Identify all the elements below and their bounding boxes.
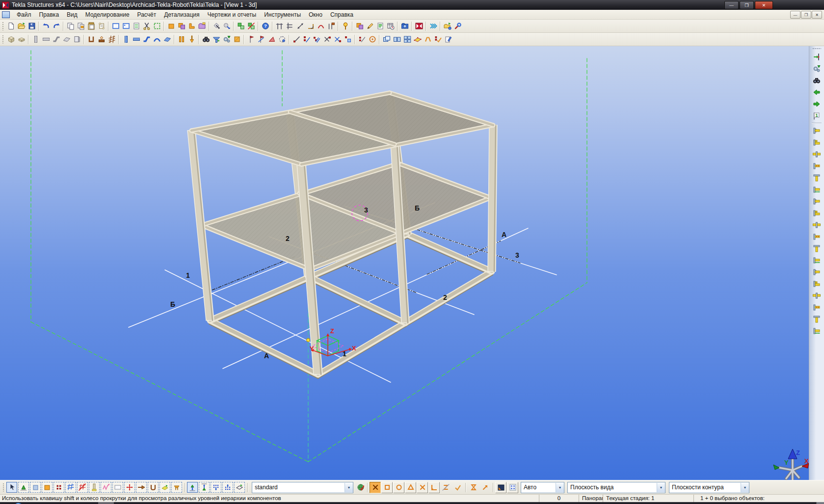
view-list-button[interactable] xyxy=(131,21,141,31)
select-points-toggle[interactable] xyxy=(53,482,64,493)
snap-depth-button[interactable] xyxy=(495,482,506,493)
steel-connection-4-button[interactable] xyxy=(811,160,823,172)
steel-beam-button[interactable] xyxy=(41,34,51,45)
save-model-button[interactable] xyxy=(27,21,37,31)
view-properties-button[interactable] xyxy=(121,21,131,31)
reinforcement-mesh-button[interactable] xyxy=(106,34,117,45)
create-weld-button[interactable] xyxy=(367,34,377,45)
construction-circle-button[interactable] xyxy=(277,34,287,45)
profile-catalog-button[interactable] xyxy=(186,21,197,31)
snap-confirm-toggle[interactable] xyxy=(452,482,463,493)
steel-connection-10-button[interactable] xyxy=(811,231,823,242)
chevron-down-icon[interactable]: ▼ xyxy=(345,483,353,492)
menu-window[interactable]: Окно xyxy=(305,10,326,19)
open-model-button[interactable] xyxy=(16,21,27,31)
steel-connection-16-button[interactable] xyxy=(811,301,823,313)
menu-view[interactable]: Вид xyxy=(63,10,81,19)
maximize-button[interactable]: ❐ xyxy=(740,1,754,9)
select-assembly-down-toggle[interactable] xyxy=(187,482,198,493)
work-plane-button[interactable] xyxy=(412,34,423,45)
pick-point-button[interactable] xyxy=(211,21,221,31)
snap-intersection-toggle[interactable] xyxy=(417,482,428,493)
inquire-object-button[interactable]: ? xyxy=(260,21,270,31)
toolbar-grip[interactable] xyxy=(812,48,821,50)
create-part-button[interactable] xyxy=(166,21,176,31)
component-folder-button[interactable] xyxy=(197,21,207,31)
construction-plane-button[interactable] xyxy=(266,34,277,45)
numbering-button[interactable] xyxy=(433,34,443,45)
create-report-button[interactable] xyxy=(375,21,385,31)
concrete-slab-item-button[interactable] xyxy=(16,34,27,45)
concrete-column-button[interactable] xyxy=(121,34,131,45)
menu-detailing[interactable]: Детализация xyxy=(160,10,203,19)
menu-drawings-reports[interactable]: Чертежи и отчеты xyxy=(204,10,261,19)
select-planes-toggle[interactable] xyxy=(159,482,170,493)
screenshot-button[interactable] xyxy=(399,21,410,31)
zoom-search-button[interactable] xyxy=(201,34,211,45)
point-parallel-two-button[interactable] xyxy=(312,34,322,45)
concrete-beam-button[interactable] xyxy=(131,34,141,45)
concrete-plate-button[interactable] xyxy=(162,34,172,45)
menu-modeling[interactable]: Моделирование xyxy=(81,10,133,19)
tekla-online-button[interactable] xyxy=(414,21,424,31)
3d-viewport[interactable]: 3Б2А312БА1ZYXZYX xyxy=(0,46,809,480)
project-status-button[interactable] xyxy=(385,21,396,31)
import-model-button[interactable] xyxy=(442,21,452,31)
snap-geometry-toggle[interactable] xyxy=(381,482,393,493)
redo-button[interactable] xyxy=(51,21,61,31)
fit-work-plane-button[interactable] xyxy=(811,51,823,63)
auto-defaults-button[interactable] xyxy=(246,21,256,31)
select-filter-down-toggle[interactable] xyxy=(211,482,221,493)
select-views-toggle[interactable] xyxy=(112,482,123,493)
snap-nearest-toggle[interactable] xyxy=(393,482,404,493)
curved-beam-button[interactable] xyxy=(152,34,162,45)
select-surfaces-toggle[interactable] xyxy=(42,482,53,493)
search-component-button[interactable] xyxy=(811,75,823,86)
steel-connection-17-button[interactable] xyxy=(811,313,823,325)
copy-button[interactable] xyxy=(65,21,76,31)
steel-slab-button[interactable] xyxy=(61,34,72,45)
close-button[interactable]: ✕ xyxy=(755,1,773,9)
create-bolt-button[interactable] xyxy=(186,34,197,45)
mdi-minimize-button[interactable]: — xyxy=(790,11,800,19)
phase-edit-button[interactable] xyxy=(365,21,375,31)
component-number-button[interactable]: 1 xyxy=(811,110,823,122)
twin-profile-button[interactable] xyxy=(176,34,186,45)
copy-special-button[interactable] xyxy=(76,21,86,31)
steel-connection-12-button[interactable] xyxy=(811,254,823,266)
contour-planes-combo[interactable]: Плоскости контура ▼ xyxy=(669,482,749,493)
copy-view-button[interactable] xyxy=(381,34,392,45)
chevron-down-icon[interactable]: ▼ xyxy=(556,483,564,492)
steel-connection-3-button[interactable] xyxy=(811,148,823,160)
pad-footing-button[interactable] xyxy=(96,34,106,45)
bolt-array-button[interactable] xyxy=(357,34,367,45)
previous-component-button[interactable] xyxy=(811,86,823,98)
select-parts-toggle[interactable] xyxy=(30,482,41,493)
steel-polybeam-button[interactable] xyxy=(51,34,61,45)
steel-connection-1-button[interactable] xyxy=(811,125,823,136)
mdi-restore-button[interactable]: ❐ xyxy=(801,11,811,19)
steel-column-button[interactable] xyxy=(30,34,41,45)
chevron-down-icon[interactable]: ▼ xyxy=(657,483,665,492)
concrete-item-button[interactable] xyxy=(6,34,16,45)
select-grids-toggle[interactable] xyxy=(65,482,76,493)
select-plane-objects-toggle[interactable] xyxy=(234,482,245,493)
snap-perpendicular-toggle[interactable] xyxy=(405,482,416,493)
steel-connection-6-button[interactable] xyxy=(811,184,823,195)
steel-connection-7-button[interactable] xyxy=(811,195,823,207)
measure-angle-button[interactable] xyxy=(305,21,316,31)
phase-copy-button[interactable] xyxy=(354,21,365,31)
select-grid-lines-toggle[interactable] xyxy=(77,482,88,493)
undo-button[interactable] xyxy=(41,21,51,31)
taskbar-item[interactable] xyxy=(98,502,114,504)
steel-connection-14-button[interactable] xyxy=(811,278,823,290)
mdi-view-icon[interactable] xyxy=(2,11,10,18)
point-bolt-button[interactable] xyxy=(343,34,353,45)
steel-connection-11-button[interactable] xyxy=(811,242,823,254)
more-toolbars-button[interactable] xyxy=(428,21,438,31)
steel-connection-2-button[interactable] xyxy=(811,136,823,148)
snap-depth-combo[interactable]: Авто ▼ xyxy=(521,482,564,493)
add-grid-line-button[interactable] xyxy=(285,21,295,31)
add-point-button[interactable] xyxy=(340,21,350,31)
steel-connection-8-button[interactable] xyxy=(811,207,823,219)
